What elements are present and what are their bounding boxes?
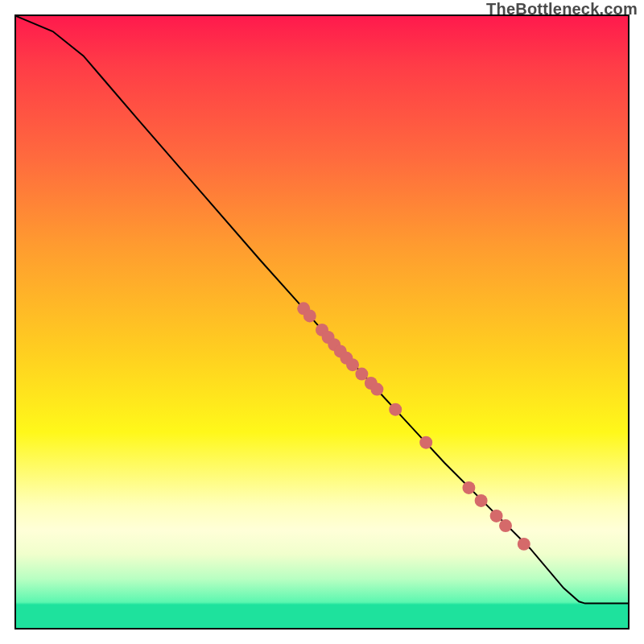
data-point — [462, 481, 475, 494]
chart-overlay-svg — [16, 16, 628, 628]
bottleneck-curve-line — [16, 16, 628, 604]
data-point — [346, 358, 359, 371]
data-point — [475, 494, 488, 507]
data-point — [490, 510, 503, 522]
data-point — [355, 368, 368, 381]
data-point — [389, 403, 402, 416]
data-point — [303, 309, 316, 322]
chart-frame: TheBottleneck.com — [0, 0, 644, 644]
data-point — [370, 383, 383, 396]
data-point — [419, 436, 432, 449]
plot-area — [14, 14, 630, 630]
data-point — [499, 519, 512, 532]
data-point — [518, 538, 530, 551]
data-points-group — [297, 302, 530, 551]
